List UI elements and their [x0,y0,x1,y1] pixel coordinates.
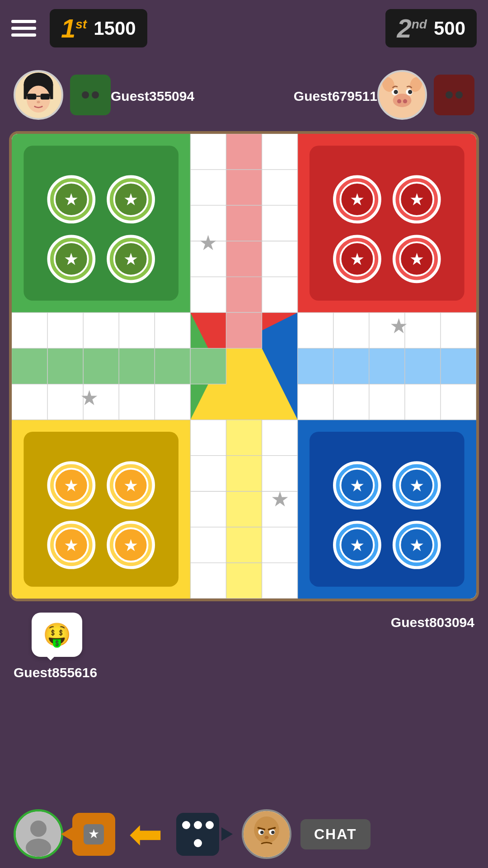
svg-text:★: ★ [64,250,79,269]
svg-text:★: ★ [88,827,99,841]
svg-rect-5 [41,94,50,99]
top-left-name: Guest355094 [111,89,194,104]
svg-rect-133 [333,348,369,384]
svg-rect-98 [226,491,262,527]
bottom-controls: ★ ⬅ [0,809,488,859]
svg-text:★: ★ [199,231,217,255]
my-avatar[interactable] [14,809,63,859]
first-score: 1500 [94,18,136,39]
svg-text:★: ★ [409,536,424,555]
chat-bubble: 🤑 [32,613,82,657]
svg-rect-111 [12,312,190,348]
svg-rect-136 [441,348,476,384]
svg-rect-20 [23,146,178,301]
svg-rect-118 [155,348,190,384]
top-left-dice[interactable] [70,75,111,115]
svg-rect-48 [23,432,178,587]
top-left-avatar [14,70,63,120]
svg-point-14 [394,90,398,94]
svg-text:★: ★ [350,536,365,555]
bottom-left-name: Guest855616 [14,665,97,680]
svg-rect-153 [226,312,262,348]
first-place-badge: 1st 1500 [50,9,147,47]
svg-text:★: ★ [123,190,138,209]
svg-text:★: ★ [350,190,365,209]
svg-rect-135 [405,348,441,384]
svg-text:★: ★ [350,250,365,269]
top-players-row: Guest355094 Guest679511 [0,66,488,124]
top-right-avatar [377,70,427,120]
svg-text:★: ★ [409,476,424,495]
svg-point-159 [30,821,47,837]
bottom-right-player-section: Guest803094 [391,613,474,680]
svg-rect-81 [226,241,262,277]
svg-rect-117 [119,348,155,384]
svg-text:★: ★ [64,190,79,209]
bottom-right-name: Guest803094 [391,615,474,630]
svg-point-15 [408,90,412,94]
svg-rect-78 [226,134,262,170]
svg-rect-93 [190,420,226,599]
bottom-right-avatar [242,809,291,859]
svg-text:★: ★ [123,476,138,495]
svg-text:★: ★ [123,536,138,555]
svg-point-171 [264,836,268,839]
svg-rect-134 [369,348,405,384]
svg-point-10 [397,99,401,103]
first-rank: 1st [61,13,87,43]
bottom-dice[interactable] [176,813,219,856]
svg-point-167 [260,831,263,834]
svg-text:★: ★ [64,536,79,555]
svg-rect-113 [12,384,190,420]
svg-rect-80 [226,205,262,241]
svg-rect-97 [226,456,262,491]
header: 1st 1500 2nd 500 [0,0,488,57]
svg-rect-79 [226,170,262,205]
svg-rect-75 [190,134,226,312]
svg-rect-129 [298,312,476,348]
svg-point-160 [26,839,51,857]
svg-rect-99 [226,527,262,563]
svg-rect-62 [310,432,465,587]
svg-text:★: ★ [409,250,424,269]
svg-rect-100 [226,563,262,599]
svg-point-164 [254,816,279,843]
power-button[interactable]: ★ [72,813,115,856]
second-place-badge: 2nd 500 [385,9,477,47]
svg-rect-132 [298,348,333,384]
ludo-board: ★ ★ ★ ★ ★ ★ ★ ★ ★ [9,131,479,601]
top-right-dice[interactable] [434,75,474,115]
svg-rect-114 [12,348,47,384]
menu-button[interactable] [11,20,36,37]
top-right-name: Guest679511 [294,89,377,104]
svg-rect-131 [298,384,476,420]
svg-text:★: ★ [350,476,365,495]
top-right-player [377,70,474,120]
svg-rect-77 [262,134,298,312]
svg-point-168 [271,831,274,834]
bottom-left-player-section: 🤑 Guest855616 [14,613,97,680]
second-score: 500 [434,18,465,39]
top-left-player [14,70,111,120]
svg-text:★: ★ [409,190,424,209]
svg-point-9 [393,94,412,107]
second-rank: 2nd [397,13,427,43]
svg-rect-116 [83,348,119,384]
svg-text:★: ★ [80,386,99,410]
bottom-players-row: 🤑 Guest855616 Guest803094 [0,608,488,685]
svg-text:★: ★ [64,476,79,495]
svg-text:★: ★ [123,250,138,269]
svg-rect-4 [27,94,36,99]
svg-rect-152 [190,348,226,384]
svg-rect-115 [47,348,83,384]
svg-rect-82 [226,277,262,312]
svg-text:★: ★ [271,487,289,511]
svg-rect-34 [310,146,465,301]
chat-button[interactable]: CHAT [300,819,371,849]
svg-text:★: ★ [389,315,408,338]
svg-point-7 [37,101,40,104]
svg-rect-96 [226,420,262,456]
back-button[interactable]: ⬅ [129,814,163,854]
svg-point-11 [403,99,407,103]
